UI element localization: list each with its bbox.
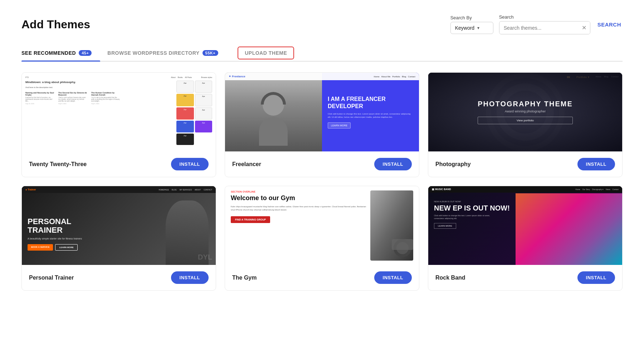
tab-wordpress-badge: 55K+	[203, 50, 219, 56]
page-title: Add Themes	[21, 18, 90, 31]
install-button-rock-band[interactable]: INSTALL	[577, 271, 615, 284]
search-by-label: Search By	[450, 15, 493, 20]
search-label: Search	[499, 14, 590, 20]
theme-card-photography: 99 Portfolio ▾ About Blog Contact PHOTOG…	[428, 72, 623, 177]
theme-preview-photography: 99 Portfolio ▾ About Blog Contact PHOTOG…	[428, 73, 622, 151]
install-button-the-gym[interactable]: INSTALL	[374, 271, 412, 284]
theme-footer-photography: Photography INSTALL	[428, 151, 622, 177]
tab-wordpress[interactable]: BROWSE WORDPRESS DIRECTORY 55K+	[107, 45, 227, 61]
tabs-bar: SEE RECOMMENDED 45+ BROWSE WORDPRESS DIR…	[21, 45, 623, 62]
search-area: Search By Keyword ▾ Search ✕ SEARCH	[450, 14, 623, 34]
freelancer-headline-preview: I AM A FREELANCER DEVELOPER	[328, 96, 413, 109]
theme-card-freelancer: ✦ Freelance Home About Me Portfolio Blog…	[225, 72, 419, 177]
photography-headline-preview: PHOTOGRAPHY THEME	[478, 100, 573, 108]
install-button-personal-trainer[interactable]: INSTALL	[171, 271, 209, 284]
themes-grid: FT3 About Books All Posts Browse styles …	[21, 72, 623, 291]
theme-preview-rock-band: ▣ MUSIC BAND Home Our Story Discography …	[428, 186, 622, 265]
keyword-select[interactable]: Keyword ▾	[450, 22, 493, 34]
theme-card-personal-trainer: ● Trainer HOMEPAGE BLOG MY SERVICES ABOU…	[21, 186, 216, 291]
tab-upload[interactable]: UPLOAD THEME	[238, 47, 294, 59]
theme-footer-freelancer: Freelancer INSTALL	[225, 151, 419, 177]
search-by-group: Search By Keyword ▾	[450, 15, 493, 34]
theme-name-personal-trainer: Personal Trainer	[29, 275, 74, 281]
install-button-photography[interactable]: INSTALL	[577, 158, 615, 170]
theme-preview-the-gym: SECTION OVERLINE Welcome to our Gym Kale…	[225, 186, 419, 265]
theme-footer-twenty-twenty-three: Twenty Twenty-Three INSTALL	[22, 151, 216, 177]
tab-recommended-badge: 45+	[79, 50, 92, 56]
clear-icon[interactable]: ✕	[578, 21, 590, 34]
theme-preview-freelancer: ✦ Freelance Home About Me Portfolio Blog…	[225, 73, 419, 151]
keyword-label: Keyword	[455, 25, 474, 31]
install-button-freelancer[interactable]: INSTALL	[374, 158, 412, 170]
header: Add Themes Search By Keyword ▾ Search ✕ …	[21, 14, 623, 34]
tab-wordpress-label: BROWSE WORDPRESS DIRECTORY	[107, 50, 199, 56]
tab-recommended-label: SEE RECOMMENDED	[21, 50, 76, 56]
theme-card-rock-band: ▣ MUSIC BAND Home Our Story Discography …	[428, 186, 623, 291]
search-group: Search ✕	[499, 14, 590, 34]
theme-footer-the-gym: The Gym INSTALL	[225, 265, 419, 290]
theme-name-freelancer: Freelancer	[232, 161, 261, 168]
search-input-wrap: ✕	[499, 21, 590, 34]
page-wrapper: Add Themes Search By Keyword ▾ Search ✕ …	[0, 0, 644, 363]
theme-preview-personal-trainer: ● Trainer HOMEPAGE BLOG MY SERVICES ABOU…	[22, 186, 216, 265]
theme-name-rock-band: Rock Band	[435, 275, 465, 281]
theme-name-twenty-twenty-three: Twenty Twenty-Three	[29, 161, 87, 168]
tab-upload-label: UPLOAD THEME	[245, 50, 287, 56]
theme-footer-personal-trainer: Personal Trainer INSTALL	[22, 265, 216, 290]
theme-card-twenty-twenty-three: FT3 About Books All Posts Browse styles …	[21, 72, 216, 177]
theme-name-photography: Photography	[435, 161, 471, 168]
chevron-down-icon: ▾	[477, 25, 479, 30]
theme-name-the-gym: The Gym	[232, 275, 257, 281]
theme-preview-twenty-twenty-three: FT3 About Books All Posts Browse styles …	[22, 73, 216, 151]
trainer-headline-preview: PERSONALTRAINER	[28, 217, 82, 234]
theme-footer-rock-band: Rock Band INSTALL	[428, 265, 622, 290]
search-input[interactable]	[499, 22, 578, 34]
theme-card-the-gym: SECTION OVERLINE Welcome to our Gym Kale…	[225, 186, 419, 291]
tab-recommended[interactable]: SEE RECOMMENDED 45+	[21, 45, 100, 61]
freelancer-logo-preview: ✦ Freelance	[229, 75, 245, 78]
install-button-twenty-twenty-three[interactable]: INSTALL	[171, 158, 209, 170]
search-button[interactable]: SEARCH	[596, 21, 623, 28]
